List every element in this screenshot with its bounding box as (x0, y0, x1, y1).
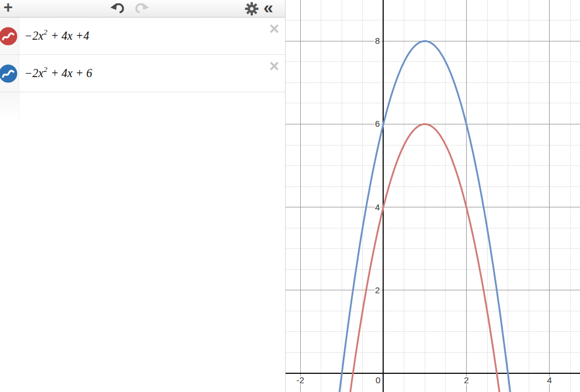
gutter-fade (0, 92, 19, 120)
curve-style-icon-blue[interactable] (0, 64, 18, 83)
delete-expression-button[interactable]: × (269, 20, 279, 37)
axis-labels: -20242468 (296, 36, 551, 385)
expression-row-1[interactable]: −2x2 + 4x +4 × (0, 18, 285, 55)
expression-exponent: 2 (43, 65, 47, 74)
undo-icon (110, 2, 126, 15)
add-expression-button[interactable]: + (4, 0, 13, 16)
expression-gutter[interactable] (0, 18, 19, 54)
grid-major (286, 0, 580, 392)
expression-text: + 4x + 6 (48, 67, 92, 79)
curve-style-icon-red[interactable] (0, 27, 18, 46)
expression-text: + 4x +4 (48, 29, 89, 42)
grid-minor (286, 0, 580, 392)
y-tick-label: 8 (375, 36, 380, 46)
x-tick-label: 2 (464, 375, 468, 385)
collapse-panel-button[interactable]: « (263, 0, 273, 16)
expression-gutter[interactable] (0, 55, 19, 92)
expression-input[interactable]: −2x2 + 4x + 6 (25, 65, 259, 80)
graph-canvas[interactable]: -20242468 (286, 0, 580, 392)
redo-button[interactable] (133, 2, 149, 17)
x-tick-label: 0 (376, 375, 380, 385)
expression-toolbar: + (0, 0, 285, 18)
curve[interactable] (286, 124, 580, 392)
redo-icon (133, 2, 149, 15)
gear-icon (245, 2, 259, 16)
expression-text: −2x (25, 67, 43, 79)
axes (286, 0, 580, 392)
undo-button[interactable] (110, 2, 126, 17)
expression-row-2[interactable]: −2x2 + 4x + 6 × (0, 55, 285, 92)
expression-panel: + (0, 0, 286, 392)
x-tick-label: -2 (296, 375, 304, 385)
y-tick-label: 6 (375, 119, 380, 129)
y-tick-label: 2 (375, 285, 380, 295)
x-tick-label: 4 (547, 375, 551, 385)
expression-exponent: 2 (43, 27, 47, 36)
settings-button[interactable] (245, 2, 259, 18)
expression-input[interactable]: −2x2 + 4x +4 (25, 28, 259, 43)
delete-expression-button[interactable]: × (269, 57, 279, 75)
curve[interactable] (286, 41, 580, 392)
graph-panel: -20242468 (286, 0, 580, 392)
expression-text: −2x (25, 29, 43, 42)
y-tick-label: 4 (375, 202, 380, 212)
graphing-calculator: + (0, 0, 580, 392)
